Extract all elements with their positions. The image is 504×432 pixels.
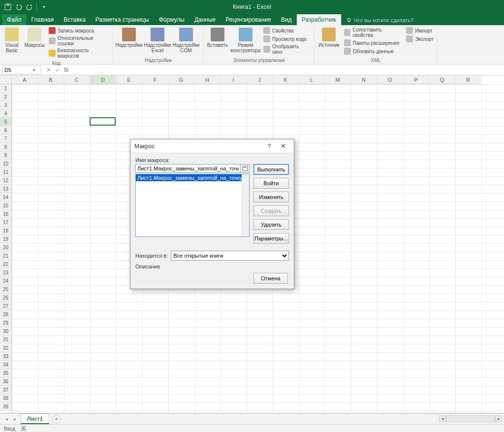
row-header[interactable]: 29 <box>0 319 12 327</box>
addins-button[interactable]: Надстройки <box>116 27 142 48</box>
row-header[interactable]: 19 <box>0 235 12 243</box>
macro-list[interactable]: Лист1.Макрос_замены_запятой_на_точку <box>135 174 250 237</box>
redo-icon[interactable] <box>26 3 33 11</box>
row-header[interactable]: 11 <box>0 168 12 176</box>
excel-addins-button[interactable]: Надстройки Excel <box>144 27 171 53</box>
com-addins-button[interactable]: Надстройки COM <box>173 27 199 53</box>
row-header[interactable]: 8 <box>0 143 12 151</box>
row-header[interactable]: 21 <box>0 252 12 260</box>
visual-basic-button[interactable]: Visual Basic <box>2 27 21 53</box>
tab-view[interactable]: Вид <box>276 14 297 25</box>
scroll-left-icon[interactable]: ◂ <box>439 415 446 422</box>
column-header[interactable]: C <box>64 75 90 84</box>
name-box-dropdown-icon[interactable]: ▾ <box>30 67 38 72</box>
edit-button[interactable]: Изменить <box>253 192 289 202</box>
row-header[interactable]: 20 <box>0 243 12 252</box>
macros-button[interactable]: Макросы <box>23 27 46 48</box>
fx-icon[interactable]: fx <box>64 66 68 73</box>
tab-page-layout[interactable]: Разметка страницы <box>91 14 154 25</box>
row-header[interactable]: 6 <box>0 126 12 134</box>
undo-icon[interactable] <box>15 3 23 11</box>
macro-record-status-icon[interactable] <box>21 426 27 432</box>
dialog-close-button[interactable]: ✕ <box>276 142 290 150</box>
column-header[interactable]: J <box>247 75 273 84</box>
column-header[interactable]: N <box>351 75 377 84</box>
insert-control-button[interactable]: Вставить <box>206 27 229 48</box>
macro-list-item[interactable]: Лист1.Макрос_замены_запятой_на_точку <box>136 174 249 181</box>
new-sheet-button[interactable]: + <box>52 415 61 424</box>
row-header[interactable]: 36 <box>0 377 12 386</box>
enter-formula-icon[interactable]: ✓ <box>55 66 60 73</box>
row-header[interactable]: 9 <box>0 151 12 160</box>
column-header[interactable]: H <box>194 75 220 84</box>
column-header[interactable]: K <box>273 75 299 84</box>
tab-file[interactable]: Файл <box>2 14 27 25</box>
column-header[interactable]: O <box>377 75 403 84</box>
row-header[interactable]: 2 <box>0 93 12 101</box>
row-header[interactable]: 17 <box>0 218 12 227</box>
row-header[interactable]: 14 <box>0 193 12 201</box>
tab-home[interactable]: Главная <box>27 14 59 25</box>
cancel-formula-icon[interactable]: ✕ <box>46 66 51 73</box>
column-header[interactable]: L <box>299 75 325 84</box>
horizontal-scrollbar[interactable]: ◂ ▸ <box>439 415 502 422</box>
xml-import-button[interactable]: Импорт <box>405 27 435 34</box>
cancel-button[interactable]: Отмена <box>253 273 288 284</box>
row-header[interactable]: 4 <box>0 109 12 118</box>
run-button[interactable]: Выполнить <box>253 164 289 175</box>
tab-data[interactable]: Данные <box>189 14 220 25</box>
record-macro-button[interactable]: Запись макроса <box>48 27 110 34</box>
scroll-track[interactable] <box>446 415 495 422</box>
properties-button[interactable]: Свойства <box>262 27 312 34</box>
tab-developer[interactable]: Разработчик <box>297 14 341 25</box>
row-header[interactable]: 24 <box>0 277 12 285</box>
row-header[interactable]: 37 <box>0 386 12 394</box>
qat-customize-icon[interactable]: ▾ <box>40 3 48 11</box>
row-header[interactable]: 22 <box>0 260 12 268</box>
name-box[interactable]: ▾ <box>2 66 41 74</box>
row-header[interactable]: 35 <box>0 369 12 377</box>
sheet-nav-next-icon[interactable]: ▸ <box>12 416 18 422</box>
column-header[interactable]: Q <box>429 75 455 84</box>
column-header[interactable]: M <box>325 75 351 84</box>
column-header[interactable]: R <box>455 75 481 84</box>
relative-references-button[interactable]: Относительные ссылки <box>48 35 110 47</box>
run-dialog-button[interactable]: Отобразить окно <box>262 43 312 55</box>
dialog-help-button[interactable]: ? <box>262 142 276 150</box>
design-mode-button[interactable]: Режим конструктора <box>231 27 260 53</box>
scroll-right-icon[interactable]: ▸ <box>495 415 502 422</box>
row-header[interactable]: 33 <box>0 352 12 361</box>
macro-security-button[interactable]: Безопасность макросов <box>48 47 110 59</box>
save-icon[interactable] <box>4 3 12 11</box>
row-header[interactable]: 34 <box>0 361 12 369</box>
row-header[interactable]: 26 <box>0 294 12 302</box>
row-header[interactable]: 30 <box>0 327 12 335</box>
column-header[interactable]: F <box>142 75 168 84</box>
xml-source-button[interactable]: Источник <box>317 27 341 48</box>
view-code-button[interactable]: Просмотр кода <box>262 35 312 43</box>
column-header[interactable]: E <box>116 75 142 84</box>
column-header[interactable]: P <box>403 75 429 84</box>
row-header[interactable]: 15 <box>0 201 12 210</box>
dialog-title-bar[interactable]: Макрос ? ✕ <box>130 139 294 153</box>
row-header[interactable]: 1 <box>0 84 12 93</box>
row-header[interactable]: 39 <box>0 402 12 411</box>
name-box-input[interactable] <box>2 67 30 73</box>
select-all-corner[interactable] <box>0 75 12 84</box>
xml-export-button[interactable]: Экспорт <box>405 35 435 43</box>
row-header[interactable]: 7 <box>0 134 12 143</box>
macro-name-picker-icon[interactable] <box>241 164 250 173</box>
column-header[interactable]: A <box>12 75 38 84</box>
options-button[interactable]: Параметры... <box>253 233 289 244</box>
map-properties-button[interactable]: Сопоставить свойства <box>343 27 404 38</box>
list-scrollbar[interactable] <box>242 174 249 236</box>
row-header[interactable]: 31 <box>0 335 12 344</box>
sheet-nav-prev-icon[interactable]: ◂ <box>4 416 9 422</box>
row-header[interactable]: 12 <box>0 176 12 185</box>
tab-formulas[interactable]: Формулы <box>154 14 189 25</box>
row-header[interactable]: 23 <box>0 268 12 277</box>
column-header[interactable]: G <box>168 75 194 84</box>
tab-insert[interactable]: Вставка <box>59 14 91 25</box>
row-header[interactable]: 38 <box>0 394 12 402</box>
tell-me[interactable]: Что вы хотите сделать? <box>341 15 419 25</box>
